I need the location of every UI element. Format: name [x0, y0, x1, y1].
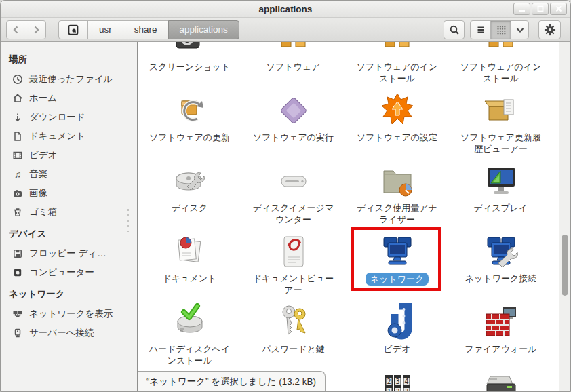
status-bar: “ネットワーク” を選択しました (13.2 kB)	[138, 371, 326, 391]
back-button[interactable]	[6, 20, 26, 39]
floppy-icon	[12, 248, 23, 259]
status-text: “ネットワーク” を選択しました (13.2 kB)	[146, 376, 316, 388]
title-bar: applications	[1, 1, 570, 18]
network-computers-icon	[378, 233, 416, 271]
update-log-box-icon	[482, 92, 520, 130]
firewall-icon	[482, 303, 520, 341]
file-item-label: ソフトウェアのインストール	[355, 61, 440, 84]
file-item-display[interactable]: ディスプレイ	[449, 157, 553, 227]
file-item-software-update[interactable]: ソフトウェアの更新	[138, 86, 241, 157]
file-item-label: ディスクイメージマウンター	[251, 202, 336, 225]
file-item-software-install-1[interactable]: ソフトウェアのインストール	[345, 42, 449, 86]
grid-view-icon	[496, 24, 507, 35]
file-item-software-settings[interactable]: ソフトウェアの設定	[345, 86, 449, 157]
network-icon	[12, 309, 23, 319]
sidebar-item-videos[interactable]: ビデオ	[1, 146, 137, 165]
file-item-network-selected[interactable]: ネットワーク	[345, 227, 449, 298]
printer-icon	[482, 374, 520, 391]
file-item-label: ディスク	[172, 202, 208, 214]
disk-image-mounter-icon	[275, 162, 313, 200]
sidebar-item-label: コンピューター	[29, 267, 94, 279]
icon-grid: スクリーンショット ソフトウェア ソフトウェアのインストール ソフトウェアのイン…	[138, 42, 553, 391]
file-item-update-log-viewer[interactable]: ソフトウェア更新履歴ビューアー	[449, 86, 553, 157]
grid-view-button[interactable]	[490, 20, 511, 39]
sidebar-header-network: ネットワーク	[1, 282, 137, 305]
file-item-disk-image-mounter[interactable]: ディスクイメージマウンター	[241, 157, 345, 227]
search-button[interactable]	[444, 20, 465, 39]
install-to-disk-icon	[171, 303, 209, 341]
sidebar-item-label: 最近使ったファイル	[29, 73, 113, 85]
file-item-label: ネットワーク	[366, 273, 429, 286]
file-item-printer[interactable]	[449, 368, 553, 391]
file-item-disks[interactable]: ディスク	[138, 157, 241, 227]
file-item-videos[interactable]: ビデオ	[345, 298, 449, 368]
sidebar-scroll-indicator[interactable]	[127, 209, 129, 232]
breadcrumb-share[interactable]: share	[123, 20, 169, 39]
file-item-passwords-keys[interactable]: パスワードと鍵	[241, 298, 345, 368]
file-item-label: パスワードと鍵	[262, 343, 325, 355]
file-item-software-install-2[interactable]: ソフトウェアのインストール	[449, 42, 553, 86]
search-icon	[449, 24, 460, 35]
sidebar: 場所 最近使ったファイル ホーム ダウンロード ドキュメント ビデオ ♫音楽 画…	[1, 42, 138, 391]
breadcrumb-root-button[interactable]	[58, 20, 88, 39]
file-item-label: ファイアウォール	[465, 343, 536, 355]
file-item-label: ドキュメント	[163, 273, 217, 284]
minimize-button[interactable]	[513, 3, 530, 15]
music-icon: ♫	[12, 169, 23, 180]
sidebar-item-downloads[interactable]: ダウンロード	[1, 108, 137, 127]
orange-burst-icon	[378, 92, 416, 130]
sidebar-item-trash[interactable]: ゴミ箱	[1, 203, 137, 222]
sidebar-item-home[interactable]: ホーム	[1, 89, 137, 108]
file-item-documents[interactable]: ドキュメント	[138, 227, 241, 298]
close-button[interactable]	[550, 3, 567, 15]
sidebar-item-label: ビデオ	[29, 149, 57, 161]
file-item-combination-lock[interactable]	[345, 368, 449, 391]
file-item-document-viewer[interactable]: ドキュメントビューアー	[241, 227, 345, 298]
breadcrumb-applications[interactable]: applications	[168, 20, 239, 39]
sidebar-item-computer[interactable]: コンピューター	[1, 263, 137, 282]
sidebar-item-connect-server[interactable]: サーバーへ接続	[1, 324, 137, 342]
documents-pie-icon	[171, 233, 209, 271]
passwords-keys-icon	[275, 303, 313, 341]
sidebar-item-recent[interactable]: 最近使ったファイル	[1, 70, 137, 89]
menu-button[interactable]	[538, 20, 561, 39]
sidebar-item-floppy[interactable]: フロッピー ディ…	[1, 244, 137, 263]
vertical-scrollbar[interactable]	[559, 42, 570, 391]
sidebar-item-music[interactable]: ♫音楽	[1, 165, 137, 184]
file-item-screenshot[interactable]: スクリーンショット	[138, 42, 241, 86]
recent-icon	[12, 74, 23, 85]
minimize-icon	[517, 3, 528, 14]
nav-buttons	[6, 20, 46, 39]
view-options-button[interactable]	[511, 20, 529, 39]
sidebar-item-documents[interactable]: ドキュメント	[1, 127, 137, 146]
file-item-disk-usage-analyzer[interactable]: ディスク使用量アナライザー	[345, 157, 449, 227]
software-packages-icon	[482, 42, 520, 59]
chevron-down-icon	[515, 24, 526, 35]
window-controls	[513, 3, 567, 15]
view-switcher	[470, 20, 529, 39]
maximize-button[interactable]	[532, 3, 549, 15]
combination-lock-icon	[378, 374, 416, 391]
list-view-button[interactable]	[470, 20, 491, 39]
sidebar-item-label: ゴミ箱	[29, 206, 57, 218]
sidebar-header-devices: デバイス	[1, 222, 137, 244]
file-item-label: ソフトウェアのインストール	[458, 61, 544, 84]
sidebar-item-browse-network[interactable]: ネットワークを表示	[1, 305, 137, 324]
network-connections-icon	[482, 233, 520, 271]
software-packages-icon	[275, 42, 313, 59]
file-item-label: ソフトウェア	[267, 61, 321, 73]
file-item-network-connections[interactable]: ネットワーク接続	[449, 227, 553, 298]
scrollbar-thumb[interactable]	[562, 235, 568, 296]
sidebar-header-places: 場所	[1, 47, 137, 70]
breadcrumb-usr[interactable]: usr	[87, 20, 123, 39]
sidebar-item-pictures[interactable]: 画像	[1, 184, 137, 203]
forward-button[interactable]	[26, 20, 46, 39]
file-item-software[interactable]: ソフトウェア	[241, 42, 345, 86]
icon-view: スクリーンショット ソフトウェア ソフトウェアのインストール ソフトウェアのイン…	[138, 42, 570, 391]
list-view-icon	[475, 24, 486, 35]
file-item-firewall[interactable]: ファイアウォール	[449, 298, 553, 368]
file-item-install-to-disk[interactable]: ハードディスクへインストール	[138, 298, 241, 368]
file-item-software-run[interactable]: ソフトウェアの実行	[241, 86, 345, 157]
folder-pie-icon	[378, 162, 416, 200]
window-title: applications	[259, 4, 313, 14]
